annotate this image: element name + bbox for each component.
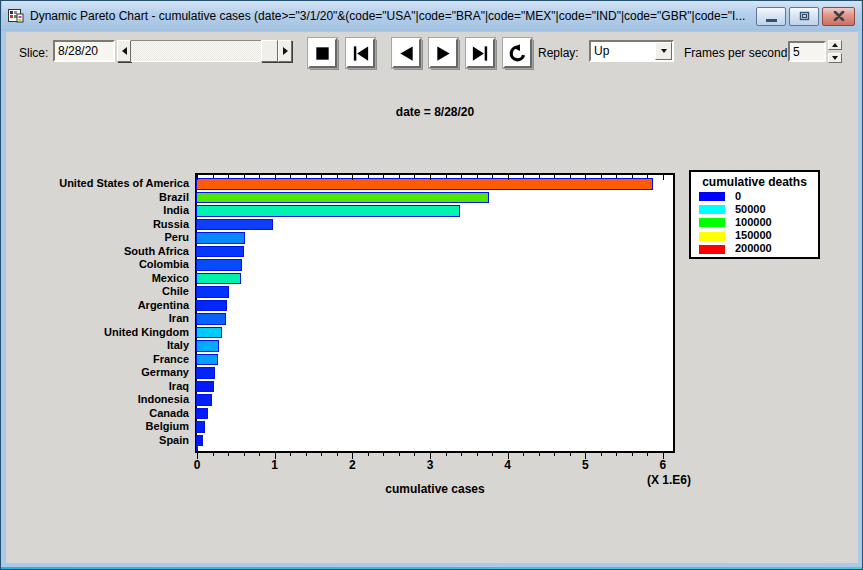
category-label: South Africa [1, 245, 189, 259]
bar [196, 313, 226, 325]
x-axis-tick [414, 453, 415, 456]
bar [196, 394, 212, 406]
x-axis-tick [337, 453, 338, 456]
category-label: Belgium [1, 420, 189, 434]
legend-swatch [699, 232, 725, 241]
x-axis-tick-top [616, 175, 617, 178]
chart-title: date = 8/28/20 [197, 105, 673, 119]
x-axis-tick-top [383, 175, 384, 178]
bar [196, 259, 242, 271]
category-label: Russia [1, 218, 189, 232]
bar [196, 232, 245, 244]
legend-swatch [699, 192, 725, 201]
x-axis-tick-label: 1 [260, 458, 290, 472]
category-label: Spain [1, 434, 189, 448]
x-axis-tick [244, 453, 245, 456]
x-axis-tick-top [228, 175, 229, 178]
x-axis-tick-label: 0 [182, 458, 212, 472]
app-window: Dynamic Pareto Chart - cumulative cases … [0, 0, 863, 570]
x-axis-tick-top [290, 175, 291, 178]
x-axis-tick-label: 2 [337, 458, 367, 472]
category-label: Germany [1, 366, 189, 380]
x-axis-tick-top [306, 175, 307, 178]
x-axis-tick-top [213, 175, 214, 178]
category-label: Italy [1, 339, 189, 353]
category-label: United Kingdom [1, 326, 189, 340]
legend-entry-label: 100000 [735, 216, 772, 229]
legend-swatch [699, 205, 725, 214]
x-axis-tick [368, 453, 369, 456]
legend-title: cumulative deaths [691, 175, 818, 189]
x-axis-tick [228, 453, 229, 456]
bar [196, 435, 203, 447]
x-axis-tick-label: 6 [648, 458, 678, 472]
x-axis-tick-top [259, 175, 260, 178]
x-axis-tick [290, 453, 291, 456]
x-axis-tick-top [368, 175, 369, 178]
category-label: Canada [1, 407, 189, 421]
x-axis-tick-label: 3 [415, 458, 445, 472]
bar [196, 327, 222, 339]
x-axis-tick [321, 453, 322, 456]
x-axis-tick-top [321, 175, 322, 178]
legend-entry-label: 150000 [735, 229, 772, 242]
category-label: Iran [1, 312, 189, 326]
x-axis-tick-top [337, 175, 338, 178]
x-axis-tick-top [508, 175, 509, 180]
x-axis-tick-top [523, 175, 524, 178]
legend: cumulative deaths 0500001000001500002000… [689, 170, 820, 259]
category-label: Chile [1, 285, 189, 299]
x-axis-tick-top [399, 175, 400, 178]
legend-entry-label: 0 [735, 190, 741, 203]
category-label: Indonesia [1, 393, 189, 407]
category-label: Iraq [1, 380, 189, 394]
bar [196, 340, 219, 352]
bar [196, 219, 273, 231]
x-axis-tick [399, 453, 400, 456]
x-axis-tick [616, 453, 617, 456]
x-axis-tick [632, 453, 633, 456]
legend-swatch [699, 245, 725, 254]
legend-swatch [699, 218, 725, 227]
category-label: Colombia [1, 258, 189, 272]
x-axis-tick [554, 453, 555, 456]
bar [196, 421, 205, 433]
x-axis-tick [306, 453, 307, 456]
x-axis-tick-top [352, 175, 353, 180]
x-axis-tick-top [461, 175, 462, 178]
category-label: Brazil [1, 191, 189, 205]
x-axis-tick-top [244, 175, 245, 178]
bar [196, 205, 460, 217]
category-label: Peru [1, 231, 189, 245]
x-axis-tick-top [492, 175, 493, 178]
x-axis-tick-top [430, 175, 431, 180]
x-axis-tick [570, 453, 571, 456]
legend-entry-label: 200000 [735, 242, 772, 255]
y-axis-line [196, 446, 198, 451]
x-axis-tick [539, 453, 540, 456]
legend-entry-label: 50000 [735, 203, 766, 216]
x-axis-tick [647, 453, 648, 456]
bar [196, 354, 218, 366]
x-axis-tick [523, 453, 524, 456]
bar [196, 300, 227, 312]
x-axis-tick-top [632, 175, 633, 178]
x-axis-tick-top [585, 175, 586, 180]
x-axis-tick [492, 453, 493, 456]
bar [196, 408, 208, 420]
x-axis-tick-top [197, 175, 198, 180]
x-axis-tick-top [539, 175, 540, 178]
bar [196, 381, 214, 393]
x-axis-tick-top [570, 175, 571, 178]
x-axis-tick [601, 453, 602, 456]
pareto-chart: date = 8/28/20 (X 1.E6) cumulative cases… [1, 1, 862, 569]
x-axis-tick-label: 4 [493, 458, 523, 472]
x-axis-tick [477, 453, 478, 456]
category-label: United States of America [1, 177, 189, 191]
category-label: Mexico [1, 272, 189, 286]
x-axis-tick-top [446, 175, 447, 178]
category-label: France [1, 353, 189, 367]
x-axis-tick [383, 453, 384, 456]
x-axis-tick [259, 453, 260, 456]
x-axis-tick-top [275, 175, 276, 180]
